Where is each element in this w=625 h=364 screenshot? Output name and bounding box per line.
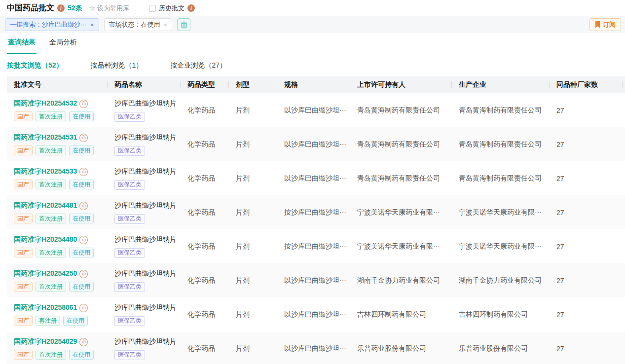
dosage-form-cell: 片剂 [229, 161, 277, 195]
dosage-form-cell: 片剂 [229, 127, 277, 161]
manufacturer-cell: 湖南千金协力药业有限公司 [452, 263, 550, 297]
insurance-tag: 医保乙类 [114, 146, 145, 156]
close-icon[interactable]: × [164, 21, 168, 29]
approval-number-link[interactable]: 国药准字H20254481 [14, 201, 77, 210]
drug-name-cell: 沙库巴曲缬沙坦钠片 医保乙类 [108, 229, 181, 263]
holder-cell: 宁波美诺华天康药业有限··· [350, 195, 452, 229]
status-tag: 国产 [14, 350, 33, 360]
drug-name-cell: 沙库巴曲缬沙坦钠片 医保乙类 [108, 161, 181, 195]
tab-global-analysis[interactable]: 全局分析 [48, 38, 78, 54]
manufacturer-cell: 吉林四环制药有限公司 [452, 297, 550, 331]
dosage-form-cell: 片剂 [229, 229, 277, 263]
filter-tag-market-status[interactable]: 市场状态：在使用 × [104, 18, 173, 31]
market-icon[interactable]: 市 [79, 236, 88, 244]
col-manufacturer: 生产企业 [452, 76, 550, 93]
subscribe-button[interactable]: 订阅 [589, 18, 621, 31]
market-icon[interactable]: 市 [79, 304, 88, 312]
main-tabs: 查询结果 全局分析 [0, 33, 625, 54]
spec-cell: 以沙库巴曲缬沙坦··· [277, 161, 350, 195]
approval-cell: 国药准字H20254532 市 国产首次注册在使用 [7, 93, 108, 127]
clear-filters-button[interactable] [177, 18, 190, 31]
status-tag: 国产 [14, 248, 33, 257]
row-spacer [623, 93, 625, 127]
market-icon[interactable]: 市 [79, 270, 88, 278]
manufacturer-cell: 宁波美诺华天康药业有限··· [452, 195, 550, 229]
status-tags: 国产首次注册在使用 [14, 214, 108, 223]
view-subtabs: 按批文浏览（52） 按品种浏览（1） 按企业浏览（27） [0, 54, 625, 76]
table-row: 国药准字H20254029 市 国产首次注册在使用 沙库巴曲缬沙坦钠片 医保乙类… [7, 331, 625, 364]
market-icon[interactable]: 市 [79, 202, 88, 210]
drug-name: 沙库巴曲缬沙坦钠片 [114, 303, 181, 312]
approval-number-link[interactable]: 国药准字H20254533 [14, 167, 77, 176]
status-tag: 在使用 [69, 111, 94, 121]
row-spacer [623, 195, 625, 229]
manufacturer-cell: 青岛黄海制药有限责任公司 [452, 161, 550, 195]
market-icon[interactable]: 市 [79, 168, 88, 176]
market-icon[interactable]: 市 [79, 338, 88, 346]
same-variety-count-cell: 27 [550, 297, 623, 331]
col-drug-name: 药品名称 [108, 76, 181, 93]
insurance-tag: 医保乙类 [114, 248, 145, 258]
insurance-tag: 医保乙类 [114, 180, 145, 190]
subtab-by-variety[interactable]: 按品种浏览（1） [91, 61, 143, 70]
drug-name: 沙库巴曲缬沙坦钠片 [114, 201, 181, 210]
col-dosage-form: 剂型 [229, 76, 277, 93]
drug-type-cell: 化学药品 [181, 297, 229, 331]
status-tags: 国产再注册在使用 [14, 316, 108, 326]
drug-type-cell: 化学药品 [181, 263, 229, 297]
set-favorite-button[interactable]: ☆ 设为常用库 [89, 4, 129, 13]
status-tag: 国产 [14, 316, 33, 326]
same-variety-count-cell: 27 [550, 331, 623, 364]
manufacturer-cell: 乐普药业股份有限公司 [452, 331, 550, 364]
approval-cell: 国药准字H20254533 市 国产首次注册在使用 [7, 161, 108, 195]
approval-number-link[interactable]: 国药准字H20254029 [14, 337, 77, 346]
drug-type-cell: 化学药品 [181, 93, 229, 127]
history-label: 历史批文 [159, 4, 184, 13]
approval-number-link[interactable]: 国药准字H20254250 [14, 269, 77, 278]
filter-tag-search[interactable]: 一键搜索：沙库巴曲缬沙··· × [5, 18, 99, 31]
drug-name: 沙库巴曲缬沙坦钠片 [114, 269, 181, 278]
status-tag: 首次注册 [36, 350, 66, 360]
approval-number-link[interactable]: 国药准字H20254531 [14, 133, 77, 142]
insurance-tag: 医保乙类 [114, 112, 145, 122]
history-checkbox[interactable] [149, 5, 156, 12]
insurance-tag: 医保乙类 [114, 214, 145, 224]
row-spacer [623, 127, 625, 161]
table-row: 国药准字H20254250 市 国产首次注册在使用 沙库巴曲缬沙坦钠片 医保乙类… [7, 263, 625, 297]
drug-type-cell: 化学药品 [181, 127, 229, 161]
same-variety-count-cell: 27 [550, 195, 623, 229]
drug-type-cell: 化学药品 [181, 331, 229, 364]
subtab-by-approval[interactable]: 按批文浏览（52） [7, 61, 63, 70]
market-icon[interactable]: 市 [79, 134, 88, 142]
status-tag: 首次注册 [36, 214, 66, 223]
spec-cell: 以沙库巴曲缬沙坦··· [277, 93, 350, 127]
drug-type-cell: 化学药品 [181, 161, 229, 195]
holder-cell: 青岛黄海制药有限责任公司 [350, 161, 452, 195]
status-tags: 国产首次注册在使用 [14, 146, 108, 155]
close-icon[interactable]: × [90, 21, 94, 29]
table-row: 国药准字H20254480 市 国产首次注册在使用 沙库巴曲缬沙坦钠片 医保乙类… [7, 229, 625, 263]
status-tag: 国产 [14, 282, 33, 291]
table-row: 国药准字H20254531 市 国产首次注册在使用 沙库巴曲缬沙坦钠片 医保乙类… [7, 127, 625, 161]
approval-number-link[interactable]: 国药准字H20254532 [14, 99, 77, 108]
holder-cell: 乐普药业股份有限公司 [350, 331, 452, 364]
subtab-by-enterprise[interactable]: 按企业浏览（27） [170, 61, 226, 70]
insurance-tag: 医保乙类 [114, 350, 145, 360]
set-favorite-label: 设为常用库 [97, 4, 129, 13]
approval-cell: 国药准字H20254480 市 国产首次注册在使用 [7, 229, 108, 263]
insurance-tag: 医保乙类 [114, 282, 145, 292]
table-row: 国药准字H20254532 市 国产首次注册在使用 沙库巴曲缬沙坦钠片 医保乙类… [7, 93, 625, 127]
tab-query-results[interactable]: 查询结果 [7, 38, 37, 54]
status-tag: 在使用 [69, 282, 94, 291]
approval-number-link[interactable]: 国药准字H20258061 [14, 303, 77, 312]
market-icon[interactable]: 市 [79, 100, 88, 108]
info-icon[interactable]: i [187, 4, 195, 12]
insurance-tag: 医保乙类 [114, 316, 145, 326]
col-spec: 规格 [277, 76, 350, 93]
status-tag: 在使用 [69, 146, 94, 155]
approval-cell: 国药准字H20254029 市 国产首次注册在使用 [7, 331, 108, 364]
approval-number-link[interactable]: 国药准字H20254480 [14, 235, 77, 244]
status-tag: 首次注册 [36, 180, 66, 189]
same-variety-count-cell: 27 [550, 93, 623, 127]
info-icon[interactable]: i [57, 4, 65, 12]
